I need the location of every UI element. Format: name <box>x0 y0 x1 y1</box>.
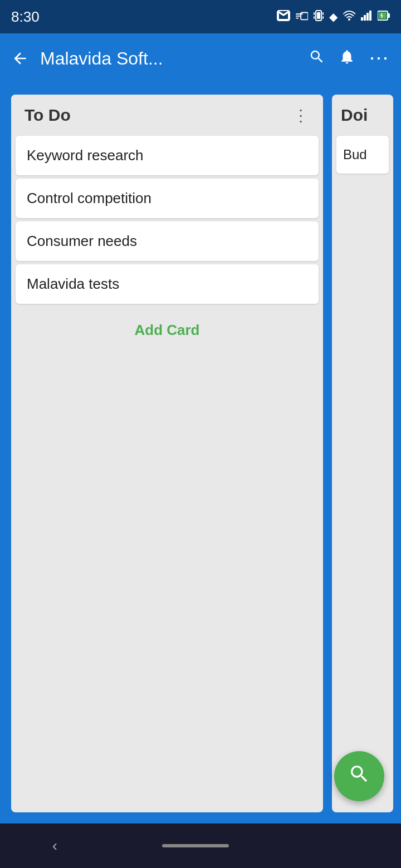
svg-rect-15 <box>388 13 390 18</box>
doing-column-header: Doi <box>332 95 393 136</box>
app-title: Malavida Soft... <box>40 48 297 69</box>
cast-icon <box>296 10 308 24</box>
nav-bar: ‹ <box>0 823 401 868</box>
signal-icon <box>361 11 372 23</box>
todo-column: To Do ⋮ Keyword research Control competi… <box>11 95 323 812</box>
notifications-button[interactable] <box>339 48 355 69</box>
todo-cards: Keyword research Control competition Con… <box>11 136 323 304</box>
fab-search-icon <box>348 763 370 790</box>
card-control-competition[interactable]: Control competition <box>16 179 319 218</box>
wifi-icon <box>343 11 355 23</box>
nav-home-indicator[interactable] <box>162 844 229 847</box>
svg-rect-8 <box>314 16 315 19</box>
card-keyword-research[interactable]: Keyword research <box>16 136 319 175</box>
card-control-competition-text: Control competition <box>27 190 151 206</box>
status-icons: ◆ <box>277 9 390 24</box>
card-malavida-tests[interactable]: Malavida tests <box>16 264 319 304</box>
status-time: 8:30 <box>11 8 40 26</box>
card-malavida-tests-text: Malavida tests <box>27 275 119 292</box>
svg-rect-2 <box>296 13 303 14</box>
svg-rect-12 <box>366 13 369 21</box>
add-card-button[interactable]: Add Card <box>11 310 323 350</box>
svg-rect-13 <box>369 11 371 21</box>
card-bud[interactable]: Bud <box>336 136 389 174</box>
vibrate-icon <box>314 9 324 24</box>
svg-rect-7 <box>322 12 324 15</box>
svg-rect-9 <box>322 16 324 19</box>
card-consumer-needs[interactable]: Consumer needs <box>16 221 319 261</box>
svg-rect-10 <box>361 17 363 21</box>
more-options-button[interactable]: ⋯ <box>369 47 390 70</box>
svg-rect-0 <box>296 17 299 18</box>
status-bar: 8:30 <box>0 0 401 33</box>
app-bar-actions: ⋯ <box>309 47 390 70</box>
back-button[interactable] <box>11 50 29 67</box>
mail-icon <box>277 10 290 24</box>
nav-back-button[interactable]: ‹ <box>52 837 57 855</box>
card-consumer-needs-text: Consumer needs <box>27 233 137 249</box>
todo-column-menu[interactable]: ⋮ <box>293 106 310 125</box>
svg-rect-1 <box>296 16 301 17</box>
todo-column-header: To Do ⋮ <box>11 95 323 136</box>
fab-search[interactable] <box>334 751 384 801</box>
board-content: To Do ⋮ Keyword research Control competi… <box>0 83 401 823</box>
svg-rect-6 <box>314 12 315 15</box>
card-keyword-research-text: Keyword research <box>27 147 144 164</box>
card-bud-text: Bud <box>343 147 367 162</box>
doing-column-title: Doi <box>341 106 368 124</box>
battery-icon <box>378 10 390 24</box>
assistant-icon: ◆ <box>329 10 338 23</box>
search-button[interactable] <box>309 48 325 69</box>
doing-column: Doi Bud <box>332 95 393 812</box>
svg-rect-11 <box>364 15 366 21</box>
app-bar: Malavida Soft... ⋯ <box>0 33 401 83</box>
add-card-label: Add Card <box>135 322 200 338</box>
svg-rect-5 <box>317 12 320 19</box>
todo-column-title: To Do <box>25 106 71 125</box>
